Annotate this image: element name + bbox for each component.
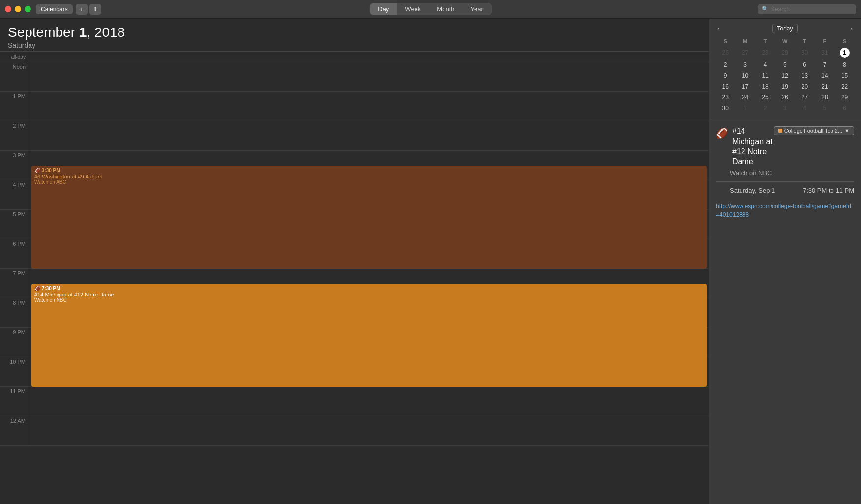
detail-header: 🏈 #14 Michigan at#12 Notre Dame College …: [716, 126, 854, 167]
mini-cal-day[interactable]: 6: [835, 103, 854, 113]
mini-cal-day[interactable]: 2: [716, 60, 735, 70]
mini-cal-day[interactable]: 19: [775, 82, 794, 91]
event-title: #14 Michigan at #12 Notre Dame: [34, 292, 704, 297]
mini-cal-day[interactable]: 22: [835, 82, 854, 91]
mini-cal-day[interactable]: 5: [815, 103, 834, 113]
mini-cal-day[interactable]: 2: [756, 103, 774, 113]
all-day-row: all-day: [0, 52, 709, 62]
view-year-button[interactable]: Year: [462, 3, 491, 15]
event-sub: Watch on ABC: [34, 179, 704, 185]
mini-cal-day[interactable]: 4: [795, 103, 814, 113]
date-header: September 1, 2018 Saturday: [0, 19, 709, 52]
mini-cal-day[interactable]: 1: [736, 103, 754, 113]
time-label: Noon: [0, 62, 30, 91]
day-name: Saturday: [8, 41, 701, 49]
time-label: 2 PM: [0, 121, 30, 150]
mini-cal-day[interactable]: 23: [716, 92, 735, 102]
event-detail-panel: 🏈 #14 Michigan at#12 Notre Dame College …: [709, 119, 861, 504]
mini-cal-next-button[interactable]: ›: [848, 24, 855, 33]
maximize-button[interactable]: [25, 6, 31, 12]
mini-cal-day[interactable]: 28: [756, 46, 774, 59]
close-button[interactable]: [5, 6, 11, 12]
event-event1[interactable]: 🏈 3:30 PM#6 Washington at #9 AuburnWatch…: [31, 166, 707, 269]
view-week-button[interactable]: Week: [397, 3, 429, 15]
time-line[interactable]: [30, 92, 709, 121]
mini-cal-prev-button[interactable]: ‹: [715, 24, 722, 33]
mini-cal-day[interactable]: 11: [756, 71, 774, 81]
detail-date: Saturday, Sep 1: [730, 187, 775, 194]
traffic-lights: [5, 6, 31, 12]
mini-cal-day[interactable]: 29: [835, 92, 854, 102]
view-switcher: Day Week Month Year: [369, 3, 492, 15]
mini-cal-header: ‹ Today ›: [715, 24, 855, 33]
mini-cal-day[interactable]: 10: [736, 71, 754, 81]
mini-cal-day[interactable]: 4: [756, 60, 774, 70]
time-row: 2 PM: [0, 121, 709, 151]
time-row: 11 PM: [0, 387, 709, 416]
calendar-area: September 1, 2018 Saturday all-day Noon1…: [0, 19, 709, 504]
main-layout: September 1, 2018 Saturday all-day Noon1…: [0, 19, 861, 504]
mini-cal-day[interactable]: 29: [775, 46, 794, 59]
mini-cal-day[interactable]: 26: [775, 92, 794, 102]
time-row: 12 AM: [0, 416, 709, 446]
search-input[interactable]: [771, 6, 845, 13]
mini-cal-day[interactable]: 15: [835, 71, 854, 81]
share-button[interactable]: ⬆: [89, 4, 101, 15]
time-label: 8 PM: [0, 298, 30, 327]
time-grid[interactable]: Noon1 PM2 PM3 PM4 PM5 PM6 PM7 PM8 PM9 PM…: [0, 62, 709, 504]
mini-cal-day[interactable]: 27: [736, 46, 754, 59]
mini-cal-day[interactable]: 9: [716, 71, 735, 81]
mini-cal-day[interactable]: 27: [795, 92, 814, 102]
mini-cal-day[interactable]: 13: [795, 71, 814, 81]
mini-cal-day[interactable]: 24: [736, 92, 754, 102]
event-time: 🏈 3:30 PM: [34, 168, 704, 173]
event-sub: Watch on NBC: [34, 297, 704, 303]
mini-cal-day[interactable]: 28: [815, 92, 834, 102]
calendars-button[interactable]: Calendars: [36, 4, 73, 14]
search-icon: 🔍: [762, 6, 769, 12]
calendar-badge-dot: [778, 129, 782, 133]
mini-cal-day[interactable]: 21: [815, 82, 834, 91]
mini-cal-day[interactable]: 17: [736, 82, 754, 91]
mini-cal-day[interactable]: 16: [716, 82, 735, 91]
mini-cal-day[interactable]: 12: [775, 71, 794, 81]
event-title: #6 Washington at #9 Auburn: [34, 174, 704, 179]
mini-cal-day[interactable]: 31: [815, 46, 834, 59]
mini-cal-day[interactable]: 30: [716, 103, 735, 113]
time-line[interactable]: [30, 416, 709, 445]
add-calendar-button[interactable]: +: [76, 4, 88, 15]
mini-cal-day[interactable]: 14: [815, 71, 834, 81]
today-button[interactable]: Today: [772, 24, 797, 33]
view-day-button[interactable]: Day: [370, 3, 397, 15]
time-label: 5 PM: [0, 210, 30, 239]
detail-sub: Watch on NBC: [730, 169, 854, 177]
event-event2[interactable]: 🏈 7:30 PM#14 Michigan at #12 Notre DameW…: [31, 284, 707, 387]
detail-link[interactable]: http://www.espn.com/college-football/gam…: [716, 203, 851, 218]
time-line[interactable]: [30, 387, 709, 416]
mini-cal-day[interactable]: 8: [835, 60, 854, 70]
mini-cal-table: SMTWTFS262728293031123456789101112131415…: [715, 36, 855, 114]
date-day: 1: [79, 25, 87, 40]
mini-cal-day[interactable]: 3: [775, 103, 794, 113]
time-label: 3 PM: [0, 151, 30, 180]
mini-cal-day[interactable]: 5: [775, 60, 794, 70]
mini-cal-day[interactable]: 7: [815, 60, 834, 70]
mini-cal-day[interactable]: 30: [795, 46, 814, 59]
view-month-button[interactable]: Month: [429, 3, 462, 15]
calendar-badge[interactable]: College Football Top 2... ▼: [774, 126, 854, 135]
detail-title-block: 🏈 #14 Michigan at#12 Notre Dame: [716, 126, 774, 167]
time-label: 9 PM: [0, 328, 30, 357]
mini-cal-day[interactable]: 6: [795, 60, 814, 70]
mini-cal-day[interactable]: 1: [835, 46, 854, 59]
mini-cal-day[interactable]: 20: [795, 82, 814, 91]
event-football-icon: 🏈: [34, 286, 40, 291]
mini-cal-day[interactable]: 26: [716, 46, 735, 59]
search-box: 🔍: [758, 4, 856, 14]
sidebar: ‹ Today › SMTWTFS26272829303112345678910…: [709, 19, 861, 504]
minimize-button[interactable]: [15, 6, 21, 12]
time-line[interactable]: [30, 121, 709, 150]
mini-cal-day[interactable]: 3: [736, 60, 754, 70]
mini-cal-day[interactable]: 25: [756, 92, 774, 102]
mini-cal-day[interactable]: 18: [756, 82, 774, 91]
time-line[interactable]: [30, 62, 709, 91]
